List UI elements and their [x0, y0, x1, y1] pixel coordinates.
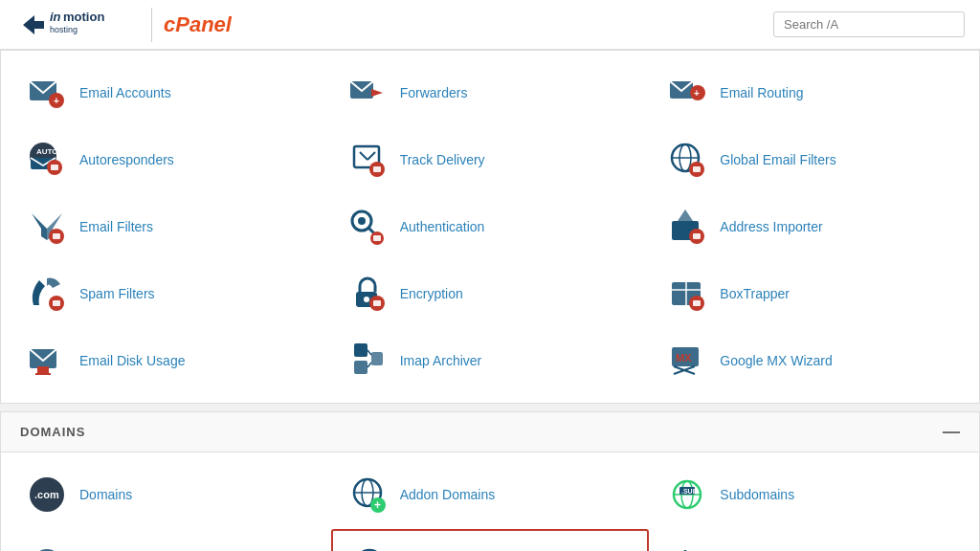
svg-rect-41	[53, 300, 60, 306]
svg-line-57	[368, 350, 371, 355]
email-section: + Email Accounts Forwarders	[0, 50, 980, 404]
domains-icon: .com	[24, 472, 70, 518]
item-label-autoresponders: Autoresponders	[79, 152, 174, 167]
authentication-icon	[345, 204, 390, 250]
item-domains[interactable]: .com Domains	[11, 462, 329, 527]
domains-section-toggle[interactable]: —	[943, 422, 960, 442]
item-encryption[interactable]: Encryption	[331, 261, 650, 326]
svg-rect-45	[373, 300, 381, 306]
addon-domains-icon: +	[345, 472, 390, 518]
address-importer-icon	[664, 204, 710, 250]
svg-text:+: +	[54, 96, 59, 106]
item-addon-domains[interactable]: + Addon Domains	[331, 462, 650, 527]
item-redirects[interactable]: Redirects	[331, 529, 650, 551]
item-label-email-routing: Email Routing	[720, 85, 803, 100]
svg-point-32	[358, 217, 366, 225]
item-address-importer[interactable]: Address Importer	[651, 194, 969, 259]
search-input[interactable]	[773, 11, 965, 37]
inmotion-hosting-logo: in motion hosting	[15, 8, 140, 42]
item-boxtrapper[interactable]: BoxTrapper	[651, 261, 969, 326]
item-label-subdomains: Subdomains	[720, 487, 794, 502]
item-label-global-email-filters: Global Email Filters	[720, 152, 835, 167]
email-items-grid: + Email Accounts Forwarders	[1, 51, 979, 403]
item-label-domains: Domains	[79, 487, 132, 502]
item-zone-editor[interactable]: + Zone Editor	[651, 529, 969, 551]
svg-rect-52	[37, 366, 49, 374]
imap-archiver-icon	[345, 338, 390, 384]
domains-section: DOMAINS — .com Domains	[0, 411, 980, 551]
svg-rect-50	[693, 300, 701, 306]
email-disk-usage-icon	[24, 338, 70, 384]
svg-text:motion: motion	[63, 10, 104, 24]
svg-rect-56	[371, 352, 383, 365]
item-imap-archiver[interactable]: Imap Archiver	[331, 328, 650, 393]
item-global-email-filters[interactable]: Global Email Filters	[651, 127, 969, 192]
track-delivery-icon	[345, 137, 390, 183]
svg-text:in: in	[50, 10, 61, 24]
item-label-imap-archiver: Imap Archiver	[400, 353, 482, 368]
zone-editor-icon: +	[664, 540, 710, 551]
item-spam-filters[interactable]: Spam Filters	[11, 261, 329, 326]
boxtrapper-icon	[664, 271, 710, 317]
svg-text:.SUB: .SUB	[681, 488, 698, 495]
global-email-filters-icon	[664, 137, 710, 183]
logo-area: in motion hosting cPanel	[15, 8, 232, 42]
svg-text:+: +	[694, 88, 700, 99]
google-mx-wizard-icon: MX	[664, 338, 710, 384]
header: in motion hosting cPanel	[0, 0, 980, 50]
item-subdomains[interactable]: .SUB Subdomains	[651, 462, 969, 527]
item-label-track-delivery: Track Delivery	[400, 152, 485, 167]
svg-marker-0	[23, 15, 44, 34]
svg-text:MX: MX	[676, 352, 692, 364]
item-label-authentication: Authentication	[400, 219, 485, 234]
item-google-mx-wizard[interactable]: MX Google MX Wizard	[651, 328, 969, 393]
item-authentication[interactable]: Authentication	[331, 194, 650, 259]
svg-marker-8	[371, 89, 383, 97]
svg-rect-39	[693, 233, 701, 239]
svg-line-18	[360, 152, 368, 160]
redirects-icon	[346, 540, 392, 551]
item-label-email-accounts: Email Accounts	[79, 85, 171, 100]
item-label-encryption: Encryption	[400, 286, 463, 301]
item-email-routing[interactable]: + Email Routing	[651, 60, 969, 125]
item-forwarders[interactable]: Forwarders	[331, 60, 650, 125]
item-email-filters[interactable]: Email Filters	[11, 194, 329, 259]
svg-rect-30	[53, 233, 60, 239]
item-label-forwarders: Forwarders	[400, 85, 468, 100]
cpanel-logo: cPanel	[164, 12, 232, 37]
email-accounts-icon: +	[24, 70, 70, 116]
item-aliases[interactable]: Aliases	[11, 529, 329, 551]
svg-rect-16	[51, 165, 58, 170]
domains-section-title: DOMAINS	[20, 425, 85, 439]
encryption-icon	[345, 271, 390, 317]
item-label-address-importer: Address Importer	[720, 219, 822, 234]
svg-marker-37	[678, 209, 693, 221]
email-filters-icon	[24, 204, 70, 250]
svg-rect-21	[373, 166, 381, 172]
aliases-icon	[24, 540, 70, 551]
autoresponders-icon: AUTO	[24, 137, 70, 183]
item-email-disk-usage[interactable]: Email Disk Usage	[11, 328, 329, 393]
svg-rect-55	[354, 361, 368, 374]
domains-section-header: DOMAINS —	[1, 412, 979, 452]
svg-text:+: +	[374, 498, 381, 512]
svg-line-58	[368, 363, 371, 367]
svg-rect-26	[693, 166, 701, 172]
inmotion-logo: in motion hosting	[15, 8, 140, 42]
subdomains-icon: .SUB	[664, 472, 710, 518]
forwarders-icon	[345, 70, 390, 116]
svg-point-43	[364, 297, 369, 302]
item-label-email-filters: Email Filters	[79, 219, 153, 234]
item-track-delivery[interactable]: Track Delivery	[331, 127, 650, 192]
item-label-boxtrapper: BoxTrapper	[720, 286, 790, 301]
spam-filters-icon	[24, 271, 70, 317]
main-content: + Email Accounts Forwarders	[0, 50, 980, 551]
item-email-accounts[interactable]: + Email Accounts	[11, 60, 329, 125]
svg-text:AUTO: AUTO	[36, 147, 58, 156]
logo-divider	[151, 8, 152, 42]
svg-line-19	[368, 152, 375, 160]
item-label-google-mx-wizard: Google MX Wizard	[720, 353, 832, 368]
item-label-addon-domains: Addon Domains	[400, 487, 496, 502]
svg-text:.com: .com	[34, 489, 59, 500]
item-autoresponders[interactable]: AUTO Autoresponders	[11, 127, 329, 192]
